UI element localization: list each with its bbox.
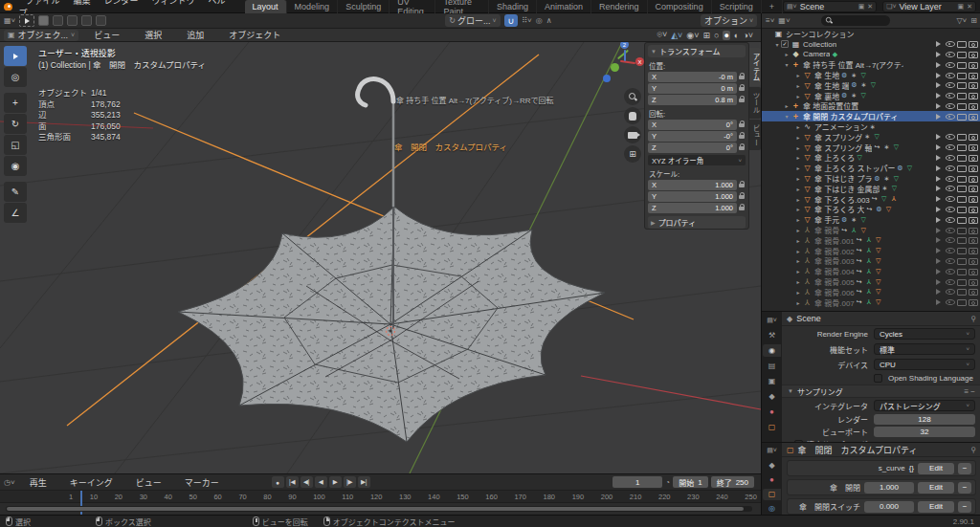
outliner-row[interactable]: ▸ 傘 地面設置位置 xyxy=(762,101,980,112)
selectable-toggle-icon[interactable] xyxy=(934,71,944,80)
timeline-ruler[interactable]: 1102030405060708090100110120130140150160… xyxy=(0,491,761,503)
camera-view-button[interactable] xyxy=(624,126,641,143)
disable-render-camera-icon[interactable] xyxy=(969,246,978,255)
outliner-row[interactable]: ▸ Camera xyxy=(762,50,980,60)
outliner-row[interactable]: ▸ 傘 親骨.005 xyxy=(762,276,980,287)
disable-viewport-icon[interactable] xyxy=(957,143,967,152)
annotate-tool[interactable]: ✎ xyxy=(4,182,27,202)
blender-logo-icon[interactable] xyxy=(3,2,14,11)
lock-icon[interactable] xyxy=(739,84,746,93)
properties-tab[interactable] xyxy=(764,473,780,485)
disable-viewport-icon[interactable] xyxy=(957,39,967,49)
viewport-menu-item[interactable]: 追加 xyxy=(180,29,211,41)
selectable-toggle-icon[interactable] xyxy=(934,256,944,266)
disable-viewport-icon[interactable] xyxy=(957,215,967,225)
outliner-row[interactable]: ▸ 傘 上ろくろ ストッパー xyxy=(762,163,980,173)
outliner-row[interactable]: ▾ Collection xyxy=(762,39,980,50)
expander-icon[interactable]: ▸ xyxy=(783,102,791,109)
measure-tool[interactable]: ∠ xyxy=(4,203,27,223)
properties-tab[interactable] xyxy=(764,329,780,341)
expander-icon[interactable]: ▸ xyxy=(794,72,802,78)
disable-render-camera-icon[interactable] xyxy=(969,287,978,296)
disable-render-camera-icon[interactable] xyxy=(969,39,978,49)
expander-icon[interactable]: ▸ xyxy=(794,299,802,306)
disable-viewport-icon[interactable] xyxy=(957,60,967,70)
disable-viewport-icon[interactable] xyxy=(957,91,967,100)
properties-tab[interactable] xyxy=(764,360,780,372)
hide-viewport-eye-icon[interactable] xyxy=(946,215,955,225)
expander-icon[interactable]: ▸ xyxy=(794,144,802,151)
expander-icon[interactable]: ▸ xyxy=(794,134,802,141)
hide-viewport-eye-icon[interactable] xyxy=(946,132,955,142)
disable-render-camera-icon[interactable] xyxy=(969,256,978,266)
viewport-menu-item[interactable]: ビュー xyxy=(87,29,126,41)
gizmos-dropdown[interactable]: ◭˅ xyxy=(671,31,682,40)
delete-property-button[interactable]: − xyxy=(958,482,971,494)
hide-viewport-eye-icon[interactable] xyxy=(946,256,955,266)
selectable-toggle-icon[interactable] xyxy=(934,112,944,121)
unlink-scene-icon[interactable]: ✕ xyxy=(867,3,873,11)
lock-icon[interactable] xyxy=(739,143,746,152)
select-mode-intersect-icon[interactable] xyxy=(96,15,106,26)
properties-tab[interactable] xyxy=(764,406,780,418)
xray-toggle-icon[interactable]: ⊞ xyxy=(702,31,710,40)
disable-viewport-icon[interactable] xyxy=(957,112,967,121)
outliner-row[interactable]: ▸ 傘 親骨.004 xyxy=(762,266,980,276)
timeline-menu-item[interactable]: ビュー xyxy=(129,476,168,489)
device-dropdown[interactable]: CPU˅ xyxy=(874,359,975,370)
transform-orientation-dropdown[interactable]: ↻ グロー... ˅ xyxy=(445,14,500,27)
timeline-menu-item[interactable]: マーカー xyxy=(178,476,226,489)
snap-toggle[interactable]: ∪ xyxy=(504,14,519,27)
disable-render-camera-icon[interactable] xyxy=(969,71,978,80)
outliner-row[interactable]: ▸ 傘 スプリング xyxy=(762,132,980,143)
properties-tab[interactable] xyxy=(764,421,780,433)
playback-button[interactable]: ◀ xyxy=(315,476,327,488)
scale-field[interactable]: X1.000 xyxy=(648,180,737,190)
hide-viewport-eye-icon[interactable] xyxy=(946,153,955,163)
hide-viewport-eye-icon[interactable] xyxy=(946,205,955,214)
playback-button[interactable]: |▶ xyxy=(344,476,356,488)
frame-end-field[interactable]: 終了250 xyxy=(711,476,754,488)
edit-property-button[interactable]: Edit xyxy=(918,501,954,513)
falloff-icon[interactable]: ∧ xyxy=(546,16,552,25)
scale-field[interactable]: Z1.000 xyxy=(648,203,737,213)
hide-viewport-eye-icon[interactable] xyxy=(946,267,955,276)
disable-viewport-icon[interactable] xyxy=(957,80,967,90)
disable-viewport-icon[interactable] xyxy=(957,101,967,111)
lock-icon[interactable] xyxy=(739,96,746,104)
snap-target-dropdown[interactable]: ⠿˅ xyxy=(522,16,532,25)
hide-viewport-eye-icon[interactable] xyxy=(946,91,955,100)
rotation-field[interactable]: X0° xyxy=(648,120,737,130)
transform-panel-header[interactable]: ▼トランスフォーム xyxy=(648,45,746,57)
expander-icon[interactable]: ▾ xyxy=(783,61,791,68)
timeline-menu-item[interactable]: キーイング xyxy=(63,476,120,489)
gizmo-neg-z-axis[interactable] xyxy=(603,75,611,82)
selectable-toggle-icon[interactable] xyxy=(934,267,944,276)
outliner-row[interactable]: ▸ 傘 下ろくろ 大 xyxy=(762,205,980,215)
select-mode-invert-icon[interactable] xyxy=(81,15,92,26)
proportional-edit-icon[interactable]: ◎ xyxy=(536,16,543,25)
disable-viewport-icon[interactable] xyxy=(957,153,967,163)
disable-render-camera-icon[interactable] xyxy=(969,226,978,235)
selectable-toggle-icon[interactable] xyxy=(934,205,944,214)
disable-render-camera-icon[interactable] xyxy=(969,215,978,225)
edit-property-button[interactable]: Edit xyxy=(918,482,954,494)
timeline-editor-icon[interactable]: ◷˅ xyxy=(4,478,15,487)
outliner-row[interactable]: ▸ 傘 上ろくろ xyxy=(762,153,980,164)
workspace-tab[interactable]: Layout xyxy=(245,0,287,13)
selectable-toggle-icon[interactable] xyxy=(934,101,944,111)
overlays-dropdown[interactable]: ◉˅ xyxy=(686,31,699,40)
outliner-row[interactable]: ▾ 傘 開閉 カスタムプロパティ xyxy=(762,111,980,121)
hide-viewport-eye-icon[interactable] xyxy=(946,39,955,49)
disable-viewport-icon[interactable] xyxy=(957,277,967,287)
selectable-toggle-icon[interactable] xyxy=(934,235,944,245)
shading-material-icon[interactable]: ◐ xyxy=(734,31,739,40)
lock-icon[interactable] xyxy=(739,121,746,129)
active-tool-icon[interactable] xyxy=(19,14,34,27)
outliner-row[interactable]: ▸ 傘 下はじき 金属部 xyxy=(762,184,980,194)
select-box-tool[interactable] xyxy=(4,46,27,66)
editor-type-icon[interactable]: ▦˅ xyxy=(4,16,15,25)
disable-render-camera-icon[interactable] xyxy=(969,101,978,111)
disable-render-camera-icon[interactable] xyxy=(969,277,978,287)
edit-property-button[interactable]: Edit xyxy=(918,463,954,474)
